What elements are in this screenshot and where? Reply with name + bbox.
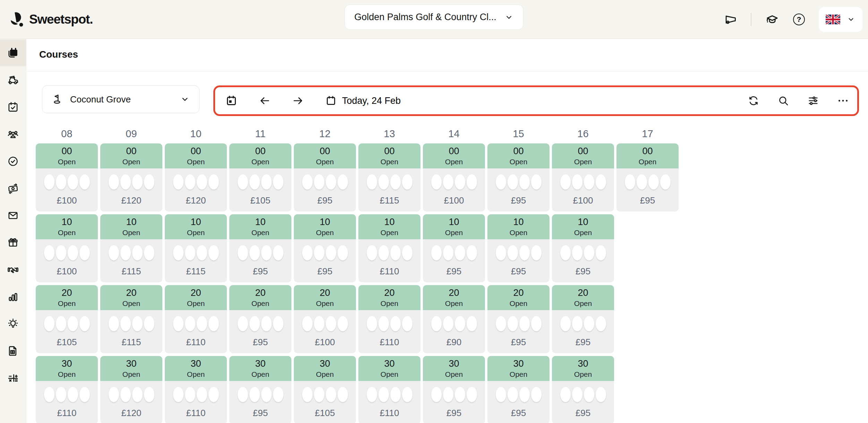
player-slot[interactable] [109, 174, 119, 190]
tee-time-cell[interactable]: 20Open£105 [36, 285, 98, 353]
player-slot[interactable] [132, 387, 143, 402]
tee-time-cell[interactable]: 30Open£95 [229, 356, 291, 423]
player-slot[interactable] [378, 245, 389, 260]
player-slot[interactable] [144, 174, 154, 190]
player-slot[interactable] [185, 174, 195, 190]
player-slot[interactable] [508, 174, 518, 190]
tee-time-cell[interactable]: 10Open£95 [552, 214, 614, 282]
player-slot[interactable] [120, 316, 131, 331]
player-slot[interactable] [367, 387, 377, 402]
tee-time-cell[interactable]: 30Open£110 [36, 356, 98, 423]
filters-button[interactable] [807, 95, 819, 107]
player-slot[interactable] [584, 316, 594, 331]
player-slot[interactable] [314, 387, 324, 402]
player-slot[interactable] [431, 387, 442, 402]
player-slot[interactable] [79, 245, 90, 260]
player-slot[interactable] [467, 387, 477, 402]
sidebar-item-partnerships[interactable] [0, 256, 26, 283]
sidebar-item-reports[interactable] [0, 283, 26, 310]
player-slot[interactable] [185, 316, 195, 331]
player-slot[interactable] [519, 174, 530, 190]
player-slot[interactable] [467, 316, 477, 331]
player-slot[interactable] [173, 387, 184, 402]
tee-time-cell[interactable]: 30Open£110 [358, 356, 420, 423]
player-slot[interactable] [378, 387, 389, 402]
tee-time-cell[interactable]: 10Open£95 [423, 214, 485, 282]
player-slot[interactable] [402, 174, 412, 190]
tee-time-cell[interactable]: 00Open£95 [616, 143, 679, 212]
player-slot[interactable] [637, 174, 647, 190]
player-slot[interactable] [109, 316, 119, 331]
player-slot[interactable] [496, 174, 506, 190]
academy-button[interactable] [765, 13, 779, 26]
player-slot[interactable] [508, 387, 518, 402]
player-slot[interactable] [572, 387, 582, 402]
calendar-view-button[interactable] [225, 95, 237, 107]
player-slot[interactable] [79, 316, 90, 331]
player-slot[interactable] [572, 245, 582, 260]
player-slot[interactable] [261, 316, 272, 331]
player-slot[interactable] [560, 174, 571, 190]
tee-time-cell[interactable]: 00Open£120 [165, 143, 227, 212]
player-slot[interactable] [326, 316, 336, 331]
previous-day-button[interactable] [259, 95, 271, 107]
player-slot[interactable] [519, 387, 530, 402]
player-slot[interactable] [238, 174, 248, 190]
player-slot[interactable] [68, 174, 78, 190]
player-slot[interactable] [261, 387, 272, 402]
player-slot[interactable] [443, 174, 453, 190]
player-slot[interactable] [572, 316, 582, 331]
player-slot[interactable] [261, 245, 272, 260]
player-slot[interactable] [314, 316, 324, 331]
player-slot[interactable] [302, 245, 313, 260]
player-slot[interactable] [390, 316, 401, 331]
player-slot[interactable] [120, 245, 131, 260]
player-slot[interactable] [326, 387, 336, 402]
player-slot[interactable] [455, 387, 465, 402]
player-slot[interactable] [197, 387, 207, 402]
player-slot[interactable] [68, 316, 78, 331]
player-slot[interactable] [584, 245, 594, 260]
tee-time-cell[interactable]: 00Open£95 [487, 143, 550, 212]
sidebar-item-insights[interactable] [0, 310, 26, 337]
player-slot[interactable] [132, 316, 143, 331]
player-slot[interactable] [496, 316, 506, 331]
player-slot[interactable] [209, 316, 219, 331]
tee-time-cell[interactable]: 00Open£120 [100, 143, 162, 212]
player-slot[interactable] [378, 316, 389, 331]
tee-time-cell[interactable]: 30Open£95 [423, 356, 485, 423]
player-slot[interactable] [519, 245, 530, 260]
tee-time-cell[interactable]: 00Open£105 [229, 143, 291, 212]
language-selector[interactable] [819, 7, 862, 32]
player-slot[interactable] [120, 174, 131, 190]
player-slot[interactable] [109, 387, 119, 402]
tee-time-cell[interactable]: 30Open£110 [165, 356, 227, 423]
tee-time-cell[interactable]: 00Open£115 [358, 143, 420, 212]
player-slot[interactable] [273, 245, 283, 260]
player-slot[interactable] [338, 174, 348, 190]
player-slot[interactable] [455, 245, 465, 260]
next-day-button[interactable] [292, 95, 304, 107]
player-slot[interactable] [144, 316, 154, 331]
player-slot[interactable] [338, 387, 348, 402]
tee-time-cell[interactable]: 10Open£115 [165, 214, 227, 282]
player-slot[interactable] [68, 245, 78, 260]
player-slot[interactable] [120, 387, 131, 402]
player-slot[interactable] [496, 245, 506, 260]
player-slot[interactable] [44, 174, 54, 190]
player-slot[interactable] [197, 245, 207, 260]
player-slot[interactable] [467, 245, 477, 260]
player-slot[interactable] [443, 245, 453, 260]
player-slot[interactable] [402, 316, 412, 331]
tee-time-cell[interactable]: 00Open£100 [552, 143, 614, 212]
sidebar-item-accounting[interactable] [0, 364, 26, 391]
help-button[interactable]: ? [793, 14, 805, 25]
tee-time-cell[interactable]: 00Open£100 [36, 143, 98, 212]
tee-time-cell[interactable]: 20Open£90 [423, 285, 485, 353]
player-slot[interactable] [249, 387, 260, 402]
player-slot[interactable] [560, 387, 571, 402]
sidebar-item-messages[interactable] [0, 202, 26, 229]
player-slot[interactable] [572, 174, 582, 190]
player-slot[interactable] [390, 245, 401, 260]
player-slot[interactable] [56, 387, 66, 402]
